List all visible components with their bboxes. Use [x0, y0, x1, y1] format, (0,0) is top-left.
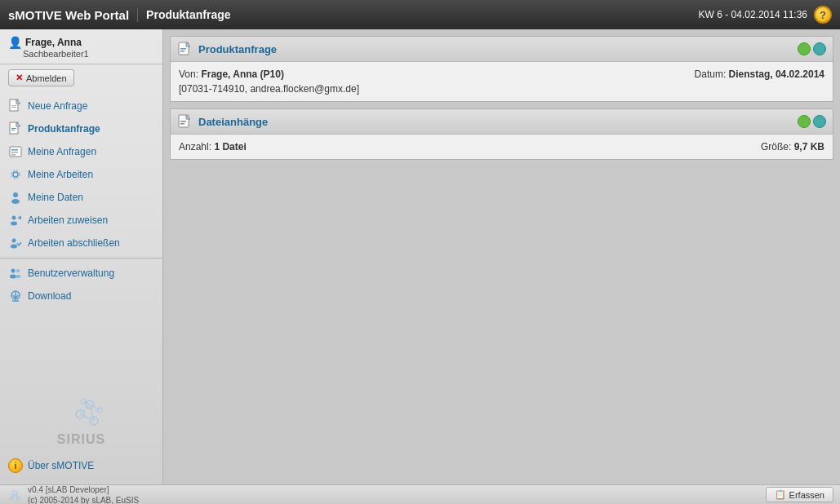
dateihanhaenge-panel-controls	[798, 115, 826, 128]
produktanfrage-from: Von: Frage, Anna (P10)	[179, 69, 284, 80]
sidebar-user-role: Sachbearbeiter1	[8, 49, 154, 59]
dateihanhaenge-count: Anzahl: 1 Datei	[179, 141, 247, 153]
about-label: Über sMOTIVE	[28, 460, 94, 471]
produktanfrage-icon	[177, 41, 193, 57]
svg-rect-43	[180, 51, 184, 52]
anzahl-value: 1 Datei	[214, 141, 246, 153]
panel-btn-teal-2[interactable]	[813, 115, 826, 128]
sidebar-item-arbeiten-abschliessen[interactable]: Arbeiten abschließen	[0, 232, 162, 254]
footer-version: v0.4 [sLAB Developer] (c) 2005-2014 by s…	[28, 484, 139, 505]
produktanfrage-from-row: Von: Frage, Anna (P10) Datum: Dienstag, …	[179, 69, 824, 80]
page-title: Produktanfrage	[146, 8, 698, 21]
sidebar: 👤 Frage, Anna Sachbearbeiter1 ✕ Abmelden…	[0, 29, 163, 484]
svg-rect-3	[11, 107, 16, 108]
sidebar-item-meine-daten[interactable]: Meine Daten	[0, 186, 162, 209]
sidebar-item-label: Benutzerverwaltung	[28, 267, 114, 279]
svg-rect-42	[180, 48, 186, 50]
footer-sirius-logo	[7, 487, 23, 503]
x-icon: ✕	[16, 73, 23, 83]
dateihanhaenge-icon	[177, 113, 193, 130]
svg-rect-6	[11, 128, 16, 129]
dateihanhaenge-size: Größe: 9,7 KB	[761, 141, 824, 153]
abmelden-button[interactable]: ✕ Abmelden	[8, 69, 74, 86]
sidebar-item-label: Neue Anfrage	[28, 100, 87, 112]
panel-btn-teal[interactable]	[813, 42, 826, 55]
svg-rect-46	[180, 121, 186, 122]
erfassen-label: Erfassen	[789, 490, 824, 500]
content-area: Produktanfrage Von: Frage, Anna (P10) Da…	[163, 29, 840, 484]
svg-rect-47	[180, 123, 184, 125]
help-icon[interactable]: ?	[814, 6, 832, 24]
sidebar-item-meine-arbeiten[interactable]: Meine Arbeiten	[0, 163, 162, 186]
svg-rect-9	[11, 149, 18, 151]
sidebar-nav: Neue Anfrage Produktanfrage Meine Anfrag…	[0, 91, 162, 374]
svg-point-15	[11, 199, 20, 204]
sidebar-logo-area: SIRIUS	[0, 374, 162, 455]
dateihanhaenge-title-area: Dateianhänge	[177, 113, 268, 130]
from-value: Frage, Anna (P10)	[201, 69, 284, 80]
svg-point-25	[16, 269, 20, 272]
produktanfrage-body: Von: Frage, Anna (P10) Datum: Dienstag, …	[171, 62, 833, 101]
datum-label: Datum:	[695, 69, 727, 80]
sidebar-item-label: Download	[28, 290, 71, 302]
produktanfrage-panel-header: Produktanfrage	[171, 37, 833, 62]
svg-line-35	[80, 405, 90, 414]
svg-point-16	[12, 216, 16, 220]
sirius-graphic	[49, 390, 114, 439]
sidebar-divider	[0, 258, 162, 259]
svg-point-22	[11, 245, 17, 249]
sidebar-item-label: Arbeiten abschließen	[28, 237, 120, 249]
svg-rect-2	[11, 105, 16, 106]
complete-icon	[8, 236, 23, 250]
svg-point-14	[13, 192, 18, 197]
svg-rect-7	[11, 130, 15, 130]
sidebar-item-label: Meine Arbeiten	[28, 169, 93, 180]
sidebar-item-download[interactable]: Download	[0, 285, 162, 307]
groesse-value: 9,7 KB	[794, 141, 824, 153]
list-icon	[8, 144, 23, 159]
header: sMOTIVE Web Portal Produktanfrage KW 6 -…	[0, 0, 840, 29]
new-doc-icon	[8, 99, 23, 113]
dateihanhaenge-panel-title: Dateianhänge	[198, 116, 268, 128]
sirius-label: SIRIUS	[57, 432, 105, 447]
produktanfrage-contact: [07031-714910, andrea.flocken@gmx.de]	[179, 83, 824, 95]
dateihanhaenge-body: Anzahl: 1 Datei Größe: 9,7 KB	[171, 135, 833, 159]
person-icon	[8, 190, 23, 205]
sidebar-item-label: Meine Anfragen	[28, 146, 96, 157]
panel-btn-green-2[interactable]	[798, 115, 811, 128]
portal-name: sMOTIVE Web Portal	[8, 8, 138, 22]
sidebar-item-arbeiten-zuweisen[interactable]: Arbeiten zuweisen	[0, 209, 162, 232]
sidebar-user-section: 👤 Frage, Anna Sachbearbeiter1	[0, 29, 162, 64]
gear-icon	[8, 167, 23, 182]
svg-point-12	[13, 172, 18, 177]
users-icon	[8, 266, 23, 281]
footer-left: v0.4 [sLAB Developer] (c) 2005-2014 by s…	[7, 484, 139, 505]
dateihanhaenge-panel: Dateianhänge Anzahl: 1 Datei Größe: 9,7 …	[170, 108, 833, 160]
panel-btn-green[interactable]	[798, 42, 811, 55]
svg-point-21	[12, 239, 16, 243]
svg-rect-10	[11, 152, 18, 153]
sidebar-item-produktanfrage[interactable]: Produktanfrage	[0, 117, 162, 140]
sidebar-item-meine-anfragen[interactable]: Meine Anfragen	[0, 140, 162, 163]
user-icon: 👤	[8, 36, 22, 49]
header-datetime: KW 6 - 04.02.2014 11:36	[699, 9, 807, 20]
dateihanhaenge-panel-header: Dateianhänge	[171, 109, 833, 135]
erfassen-button[interactable]: 📋 Erfassen	[766, 487, 833, 502]
main-layout: 👤 Frage, Anna Sachbearbeiter1 ✕ Abmelden…	[0, 29, 840, 484]
produktanfrage-panel-controls	[798, 42, 826, 55]
erfassen-icon: 📋	[775, 489, 786, 500]
info-icon: i	[8, 458, 23, 473]
footer-version-line1: v0.4 [sLAB Developer]	[28, 484, 139, 495]
groesse-label: Größe:	[761, 141, 791, 153]
sidebar-about-link[interactable]: i Über sMOTIVE	[0, 455, 162, 476]
footer: v0.4 [sLAB Developer] (c) 2005-2014 by s…	[0, 484, 840, 504]
sidebar-item-label: Produktanfrage	[28, 123, 100, 135]
download-icon	[8, 289, 23, 303]
sidebar-item-label: Arbeiten zuweisen	[28, 214, 108, 226]
sidebar-item-label: Meine Daten	[28, 192, 83, 203]
svg-point-17	[11, 222, 17, 226]
sidebar-item-neue-anfrage[interactable]: Neue Anfrage	[0, 95, 162, 117]
produktanfrage-date: Datum: Dienstag, 04.02.2014	[695, 69, 824, 80]
sidebar-item-benutzerverwaltung[interactable]: Benutzerverwaltung	[0, 262, 162, 285]
svg-point-23	[11, 269, 16, 273]
